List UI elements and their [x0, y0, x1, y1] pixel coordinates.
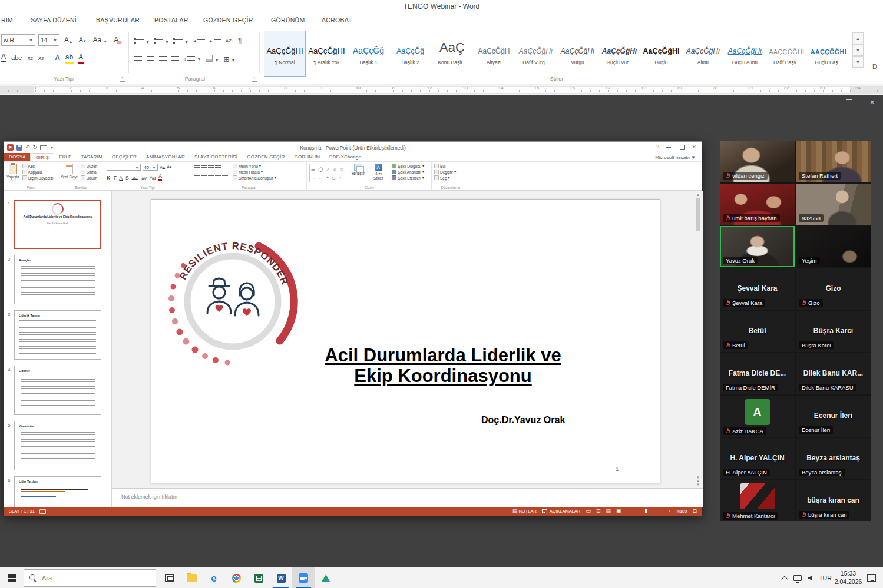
ppt-tab-gecisler[interactable]: GEÇİŞLER — [107, 153, 141, 161]
word-tab-partial[interactable]: RIM — [1, 16, 13, 24]
increase-indent-button[interactable]: ► — [209, 38, 221, 44]
style-no-spacing[interactable]: AaÇçĞğHI¶ Aralık Yok — [306, 31, 348, 77]
scroll-thumb[interactable] — [696, 198, 700, 231]
ppt-shrink-font-button[interactable]: A▾ — [167, 165, 171, 170]
participant-tile[interactable]: büşra kıran can büşra kıran can — [796, 480, 871, 521]
chrome-button[interactable] — [225, 567, 247, 588]
tray-display-button[interactable] — [792, 567, 803, 588]
font-dialog-launcher[interactable] — [120, 77, 125, 82]
participant-tile[interactable]: Büşra Karcı Büşra Karcı — [796, 311, 871, 352]
align-left-button[interactable] — [134, 56, 142, 62]
font-size-combo[interactable]: 14▼ — [38, 34, 59, 46]
participant-tile[interactable]: Beyza arslantaş Beyza arslantaş — [796, 438, 871, 479]
strikethrough-button[interactable]: abe — [11, 54, 22, 61]
style-intense-quote[interactable]: AaÇçĞğHıGüçlü Alıntı — [724, 31, 766, 77]
grow-font-button[interactable]: A▲ — [62, 36, 74, 44]
notes-pane[interactable]: Not eklemek için tıklatın — [112, 488, 703, 507]
slide-thumbnail-2[interactable]: Amaçlar — [14, 255, 101, 304]
ppt-account[interactable]: Microsoft hesabı ▼ — [655, 155, 702, 160]
video-tile[interactable]: Yeşim — [796, 226, 871, 267]
video-tile[interactable]: ümit barış bayhan — [720, 184, 795, 225]
restore-icon[interactable] — [845, 99, 853, 105]
help-icon[interactable]: ? — [656, 144, 659, 150]
style-normal[interactable]: AaÇçĞğHI¶ Normal — [264, 31, 306, 77]
font-color-button[interactable]: A — [78, 54, 83, 61]
ppt-font-name-combo[interactable]: ▼ — [107, 164, 141, 171]
ppt-tab-ekle[interactable]: EKLE — [54, 153, 76, 161]
video-tile[interactable]: 932558 — [796, 184, 871, 225]
zoom-level[interactable]: %109 — [676, 509, 687, 514]
section-button[interactable]: Bölüm — [81, 175, 98, 180]
fit-slide-icon[interactable]: ⊡ — [692, 509, 697, 514]
video-tile-active-speaker[interactable]: Yavuz Orak — [720, 226, 795, 267]
slide-thumbnail-6[interactable]: Lider Tarzları — [14, 476, 101, 508]
ppt-columns-icon[interactable] — [222, 172, 228, 177]
cut-button[interactable]: Kes — [22, 164, 54, 168]
ppt-font-size-combo[interactable]: 40▼ — [143, 164, 158, 171]
shape-outline-button[interactable]: Şekil Anahattı ▾ — [392, 170, 424, 174]
ppt-align-center-icon[interactable] — [201, 172, 207, 177]
borders-button[interactable]: ⊞▼ — [223, 54, 235, 64]
video-tile[interactable]: Stefan Rathert — [796, 141, 871, 182]
file-explorer-button[interactable] — [180, 567, 203, 588]
word-tab-postalar[interactable]: POSTALAR — [154, 16, 188, 24]
slideshow-view-icon[interactable]: ▣ — [616, 509, 621, 514]
tray-volume-button[interactable] — [805, 567, 816, 588]
ppt-justify-icon[interactable] — [215, 172, 221, 177]
slide-thumbnail-4[interactable]: Liderler — [14, 366, 101, 415]
pilcrow-button[interactable]: ¶ — [238, 36, 242, 45]
subscript-button[interactable]: x2 — [27, 54, 32, 61]
reset-button[interactable]: Sıfırla — [81, 170, 98, 174]
ppt-underline-button[interactable]: A — [119, 175, 123, 181]
word-tab-gorunum[interactable]: GÖRÜNÜM — [271, 16, 305, 24]
next-slide-icon[interactable]: ▼ — [695, 483, 702, 486]
shading-button[interactable]: ▼ — [206, 54, 219, 64]
layout-button[interactable]: Düzen — [81, 164, 98, 168]
decrease-indent-button[interactable]: ◄ — [193, 38, 205, 44]
slide-scrollbar[interactable]: ▲ ▼ ▲ ▼ — [695, 193, 702, 486]
ppt-numbering-icon[interactable] — [201, 164, 207, 168]
slide-author[interactable]: Doç.Dr.Yavuz Orak — [481, 415, 565, 426]
ppt-font-color-button[interactable]: A — [158, 173, 162, 181]
ppt-tab-slayt-gosterisi[interactable]: SLAYT GÖSTERİSİ — [190, 153, 242, 161]
multilevel-list-button[interactable]: ▼ — [173, 35, 188, 46]
bullet-list-button[interactable]: ▼ — [134, 35, 150, 46]
ppt-tab-tasarim[interactable]: TASARIM — [76, 153, 107, 161]
reading-view-icon[interactable]: ▤ — [606, 509, 611, 514]
style-heading2[interactable]: AaÇçĞğBaşlık 2 — [389, 31, 431, 77]
ppt-indent-inc-icon[interactable] — [215, 164, 221, 168]
participant-tile[interactable]: Ecenur İleri Ecenur İleri — [796, 396, 871, 437]
style-heading1[interactable]: AaÇçĞğBaşlık 1 — [348, 31, 389, 77]
participant-tile[interactable]: A Aziz BAKCA — [720, 396, 795, 437]
ppt-shadow-button[interactable]: S — [125, 175, 129, 181]
style-subtle-emphasis[interactable]: AaÇçĞğHıHafif Vurg... — [515, 31, 557, 77]
gallery-expand-button[interactable]: ▼ — [852, 56, 864, 68]
excel-button[interactable] — [247, 567, 270, 588]
text-direction-button[interactable]: Metin Yönü ▾ — [233, 164, 276, 168]
align-text-button[interactable]: Metni Hizala ▾ — [233, 170, 276, 174]
find-button[interactable]: Bul — [434, 164, 456, 168]
replace-button[interactable]: Değiştir ▾ — [434, 170, 456, 174]
tray-clock[interactable]: 15:332.04.2026 — [834, 567, 862, 588]
taskbar-search[interactable] — [24, 569, 156, 587]
sort-button[interactable]: AZ↓ — [226, 38, 234, 44]
shapes-gallery[interactable]: ▭ ◯ △ ◇ ☆ → ↔ + ◻ × — [309, 164, 348, 182]
ppt-align-right-icon[interactable] — [208, 172, 214, 177]
word-tab-gozden-gecir[interactable]: GÖZDEN GEÇİR — [203, 16, 253, 24]
paste-button[interactable]: Yapıştır — [6, 164, 19, 179]
tray-language-button[interactable]: TUR — [818, 567, 833, 588]
slide-sorter-icon[interactable]: ⊞ — [596, 509, 601, 514]
ppt-restore-icon[interactable] — [679, 144, 685, 150]
line-spacing-button[interactable]: ↕▼ — [184, 56, 201, 62]
participant-tile[interactable]: Dilek Banu KAR... Dilek Banu KARASU — [796, 353, 871, 394]
ppt-indent-dec-icon[interactable] — [208, 164, 214, 168]
style-title[interactable]: AaÇKonu Başlı... — [431, 31, 473, 77]
notes-toggle[interactable]: ▤ NOTLAR — [512, 509, 537, 514]
tray-expand-button[interactable] — [779, 567, 791, 588]
word-button[interactable]: W — [270, 567, 292, 588]
shape-fill-button[interactable]: Şekil Dolgusu ▾ — [392, 164, 424, 168]
action-center-button[interactable] — [864, 567, 879, 588]
quick-styles-button[interactable]: AHızlı Stiller — [369, 164, 387, 182]
copy-button[interactable]: Kopyala — [22, 170, 54, 174]
style-subtitle[interactable]: AaÇçĞğHAltyazı — [473, 31, 515, 77]
